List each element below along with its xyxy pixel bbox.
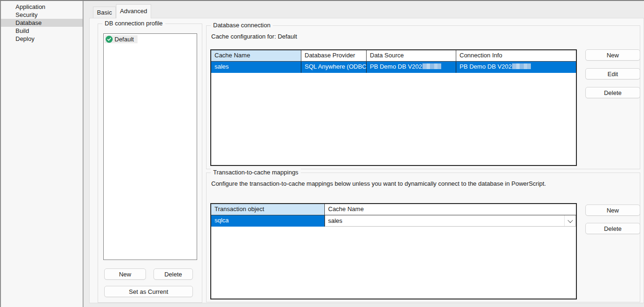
sidebar-item-application[interactable]: Application [1, 3, 83, 11]
mappings-table-header: Transaction object Cache Name [211, 204, 576, 215]
column-header-cache-name[interactable]: Cache Name [325, 204, 576, 215]
combobox-dropdown-button[interactable] [564, 215, 575, 226]
combobox-value: sales [328, 217, 564, 224]
tab-basic[interactable]: Basic [93, 7, 116, 18]
cache-edit-button[interactable]: Edit [585, 68, 640, 79]
advanced-tab-page: DB connection profile Default New Delete… [89, 18, 644, 303]
groupbox-database-connection: Database connection Cache configuration … [206, 25, 640, 169]
mappings-description: Configure the transaction-to-cache mappi… [211, 180, 546, 187]
sidebar-item-database[interactable]: Database [1, 19, 83, 27]
cache-new-button[interactable]: New [585, 49, 640, 61]
column-header-cache-name[interactable]: Cache Name [211, 50, 301, 61]
category-sidebar: Application Security Database Build Depl… [0, 1, 84, 307]
cache-table[interactable]: Cache Name Database Provider Data Source… [210, 49, 577, 166]
table-row[interactable]: sqlca sales [211, 215, 576, 227]
cache-table-header: Cache Name Database Provider Data Source… [211, 50, 576, 62]
profile-list[interactable]: Default [103, 33, 197, 260]
column-header-transaction-object[interactable]: Transaction object [211, 204, 325, 215]
cell-connection-info: PB Demo DB V202 [456, 62, 576, 73]
column-header-database-provider[interactable]: Database Provider [301, 50, 367, 61]
cell-data-source: PB Demo DB V202 [367, 62, 456, 73]
column-header-connection-info[interactable]: Connection Info [456, 50, 576, 61]
profile-new-button[interactable]: New [104, 268, 146, 280]
chevron-down-icon [567, 217, 573, 222]
window-top-border [0, 0, 644, 1]
cache-configuration-caption: Cache configuration for: Default [211, 33, 297, 40]
profile-item-label: Default [115, 36, 134, 43]
tab-advanced[interactable]: Advanced [116, 4, 151, 18]
cell-transaction-object: sqlca [211, 215, 325, 227]
cell-cache-name: sales [211, 62, 301, 73]
profile-set-as-current-button[interactable]: Set as Current [104, 286, 193, 297]
groupbox-db-connection-profile: DB connection profile Default New Delete… [98, 24, 202, 303]
groupbox-transaction-to-cache-mappings: Transaction-to-cache mappings Configure … [206, 173, 640, 302]
groupbox-title: Database connection [211, 22, 273, 29]
sidebar-item-security[interactable]: Security [1, 11, 83, 19]
column-header-data-source[interactable]: Data Source [367, 50, 456, 61]
sidebar-item-build[interactable]: Build [1, 27, 83, 35]
redacted-text-block [422, 63, 441, 69]
mapping-new-button[interactable]: New [585, 205, 640, 216]
cache-delete-button[interactable]: Delete [585, 87, 640, 98]
profile-list-item-default[interactable]: Default [105, 35, 138, 43]
groupbox-title: DB connection profile [102, 20, 165, 27]
profile-delete-button[interactable]: Delete [153, 268, 193, 280]
cell-database-provider: SQL Anywhere (ODBC) [301, 62, 367, 73]
current-profile-check-icon [106, 36, 113, 43]
mappings-table[interactable]: Transaction object Cache Name sqlca sale… [210, 203, 577, 299]
cache-name-combobox[interactable]: sales [325, 215, 576, 227]
table-row[interactable]: sales SQL Anywhere (ODBC) PB Demo DB V20… [211, 62, 576, 73]
groupbox-title: Transaction-to-cache mappings [211, 169, 301, 176]
sidebar-item-deploy[interactable]: Deploy [1, 35, 83, 43]
mapping-delete-button[interactable]: Delete [585, 223, 640, 234]
redacted-text-block [512, 63, 531, 69]
